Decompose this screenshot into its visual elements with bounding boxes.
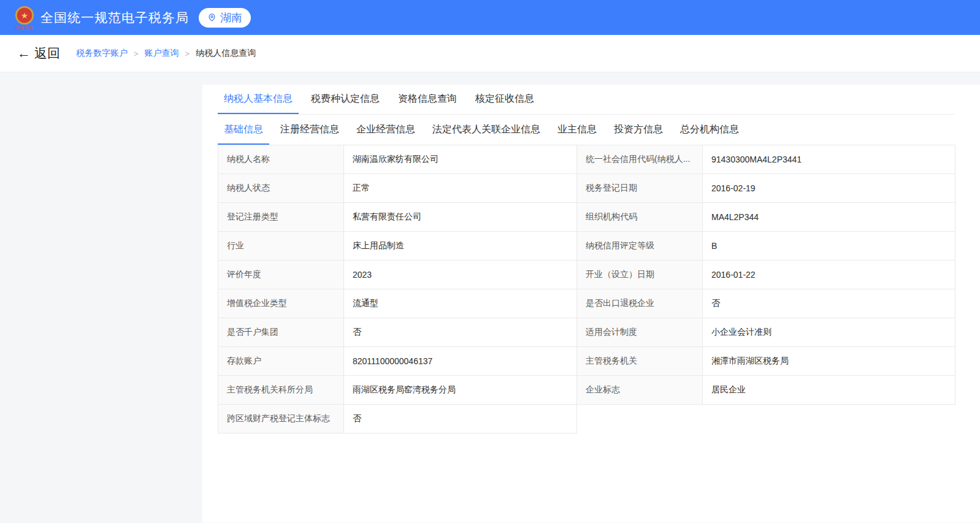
field-label: 存款账户 [218, 347, 344, 376]
breadcrumb: 税务数字账户>账户查询>纳税人信息查询 [76, 48, 256, 59]
region-selector[interactable]: 湖南 [199, 8, 251, 28]
field-value: 否 [344, 318, 577, 347]
main-content: 纳税人基本信息税费种认定信息资格信息查询核定征收信息 基础信息注册经营信息企业经… [0, 85, 980, 523]
app-header: ★ 中国税务 全国统一规范电子税务局 湖南 [0, 0, 980, 35]
breadcrumb-item: 纳税人信息查询 [196, 48, 256, 59]
field-value: MA4L2P344 [703, 203, 955, 232]
field-label: 主管税务机关科所分局 [218, 376, 344, 405]
region-label: 湖南 [220, 10, 242, 25]
taxpayer-info-table: 纳税人名称湖南温欣家纺有限公司统一社会信用代码(纳税人...91430300MA… [218, 145, 955, 433]
field-value: 2023 [344, 261, 577, 289]
tab-main-1[interactable]: 税费种认定信息 [305, 85, 386, 114]
field-value: 居民企业 [703, 376, 955, 405]
field-label: 统一社会信用代码(纳税人... [577, 145, 703, 174]
field-label: 主管税务机关 [577, 347, 703, 376]
field-label: 税务登记日期 [577, 174, 703, 203]
back-label: 返回 [34, 45, 60, 62]
field-label: 是否出口退税企业 [577, 289, 703, 318]
tab-sub-6[interactable]: 总分机构信息 [674, 115, 745, 145]
field-label: 纳税人名称 [218, 145, 344, 174]
breadcrumb-bar: ← 返回 税务数字账户>账户查询>纳税人信息查询 [0, 35, 980, 72]
field-label: 登记注册类型 [218, 203, 344, 232]
field-value: 湖南温欣家纺有限公司 [344, 145, 577, 174]
field-label: 纳税信用评定等级 [577, 232, 703, 261]
field-label: 开业（设立）日期 [577, 261, 703, 289]
tab-sub-4[interactable]: 业主信息 [551, 115, 603, 145]
field-label: 纳税人状态 [218, 174, 344, 203]
field-label: 增值税企业类型 [218, 289, 344, 318]
field-value: 湘潭市雨湖区税务局 [703, 347, 955, 376]
main-tabs: 纳税人基本信息税费种认定信息资格信息查询核定征收信息 [218, 85, 955, 115]
field-label: 是否千户集团 [218, 318, 344, 347]
national-emblem-icon: ★ [15, 6, 34, 25]
breadcrumb-separator-icon: > [185, 49, 190, 58]
field-value: 2016-02-19 [703, 174, 955, 203]
tab-sub-2[interactable]: 企业经营信息 [350, 115, 421, 145]
tab-sub-0[interactable]: 基础信息 [218, 115, 269, 145]
field-value: 雨湖区税务局窑湾税务分局 [344, 376, 577, 405]
breadcrumb-item[interactable]: 账户查询 [145, 48, 179, 59]
logo-caption: 中国税务 [15, 26, 34, 30]
tab-main-3[interactable]: 核定征收信息 [469, 85, 540, 114]
location-pin-icon [207, 13, 216, 22]
field-value: 82011100000046137 [344, 347, 577, 376]
breadcrumb-separator-icon: > [134, 49, 139, 58]
field-value: 床上用品制造 [344, 232, 577, 261]
field-label: 企业标志 [577, 376, 703, 405]
field-value: 2016-01-22 [703, 261, 955, 289]
field-value: 否 [344, 405, 577, 433]
field-value: 91430300MA4L2P3441 [703, 145, 955, 174]
field-label: 组织机构代码 [577, 203, 703, 232]
field-label: 行业 [218, 232, 344, 261]
tab-main-2[interactable]: 资格信息查询 [392, 85, 463, 114]
back-button[interactable]: ← 返回 [17, 45, 60, 62]
svg-text:★: ★ [21, 10, 28, 20]
tab-sub-1[interactable]: 注册经营信息 [274, 115, 345, 145]
field-value: 小企业会计准则 [703, 318, 955, 347]
field-label: 跨区域财产税登记主体标志 [218, 405, 344, 433]
field-label: 评价年度 [218, 261, 344, 289]
field-label: 适用会计制度 [577, 318, 703, 347]
tax-bureau-emblem-icon: ★ 中国税务 [15, 6, 34, 30]
field-value: 私营有限责任公司 [344, 203, 577, 232]
content-panel: 纳税人基本信息税费种认定信息资格信息查询核定征收信息 基础信息注册经营信息企业经… [202, 85, 980, 522]
field-value: 否 [703, 289, 955, 318]
empty-cell [577, 405, 955, 433]
tab-sub-5[interactable]: 投资方信息 [608, 115, 669, 145]
breadcrumb-item[interactable]: 税务数字账户 [76, 48, 128, 59]
app-title: 全国统一规范电子税务局 [40, 9, 189, 26]
field-value: 流通型 [344, 289, 577, 318]
back-arrow-icon: ← [17, 47, 31, 60]
field-value: B [703, 232, 955, 261]
field-value: 正常 [344, 174, 577, 203]
tab-main-0[interactable]: 纳税人基本信息 [218, 85, 299, 114]
tab-sub-3[interactable]: 法定代表人关联企业信息 [426, 115, 546, 145]
sub-tabs: 基础信息注册经营信息企业经营信息法定代表人关联企业信息业主信息投资方信息总分机构… [218, 115, 955, 145]
